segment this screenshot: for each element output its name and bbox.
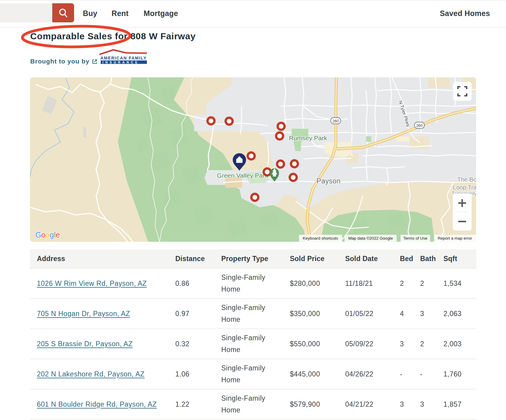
svg-text:Green Valley Park: Green Valley Park bbox=[217, 172, 268, 179]
svg-text:Map data ©2022 Google: Map data ©2022 Google bbox=[348, 236, 393, 241]
svg-text:Rumsey Park: Rumsey Park bbox=[289, 134, 327, 141]
svg-text:Keyboard shortcuts: Keyboard shortcuts bbox=[303, 236, 338, 241]
svg-text:260: 260 bbox=[416, 123, 423, 128]
svg-text:g: g bbox=[50, 231, 54, 239]
svg-text:260: 260 bbox=[332, 119, 339, 123]
svg-text:Payson: Payson bbox=[316, 177, 341, 185]
svg-text:l: l bbox=[54, 231, 56, 239]
svg-text:Terms of Use: Terms of Use bbox=[403, 236, 427, 241]
svg-text:INSURANCE: INSURANCE bbox=[102, 60, 139, 64]
svg-text:o: o bbox=[41, 231, 46, 239]
svg-text:The Bo: The Bo bbox=[457, 176, 476, 183]
svg-text:Report a map error: Report a map error bbox=[438, 236, 472, 241]
svg-text:G: G bbox=[35, 231, 41, 239]
svg-text:Loop Tra: Loop Tra bbox=[453, 184, 476, 191]
svg-text:e: e bbox=[56, 231, 60, 239]
svg-text:o: o bbox=[46, 231, 50, 239]
svg-text:AMERICAN FAMILY: AMERICAN FAMILY bbox=[100, 56, 147, 60]
